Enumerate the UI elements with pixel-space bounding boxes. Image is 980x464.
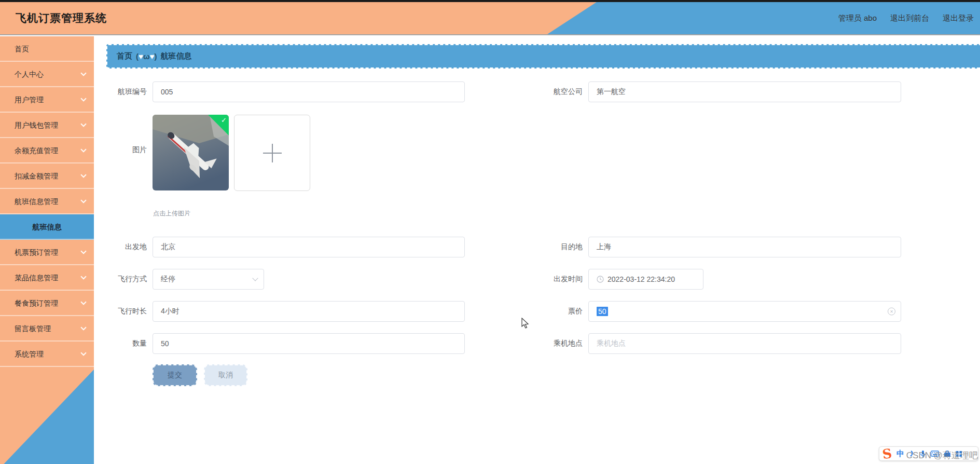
app-header: 飞机订票管理系统 管理员 abo 退出到前台 退出登录 (0, 2, 980, 35)
departure-time-label: 出发时间 (426, 275, 583, 284)
sidebar-item-user-mgmt[interactable]: 用户管理 (0, 87, 94, 113)
breadcrumb: 首页 (♥ω♥) 航班信息 (106, 44, 980, 69)
clear-icon[interactable]: ✕ (888, 308, 895, 316)
flight-mode-select[interactable]: 经停 (153, 269, 264, 290)
chevron-down-icon (80, 197, 86, 203)
boarding-place-label: 乘机地点 (426, 339, 583, 348)
header-right-panel: 管理员 abo 退出到前台 退出登录 (547, 2, 980, 34)
chevron-down-icon (80, 274, 86, 279)
form-row-destination: 目的地 上海 (426, 237, 901, 257)
form-row-boarding-place: 乘机地点 乘机地点 (426, 333, 901, 354)
sidebar-item-home[interactable]: 首页 (0, 36, 94, 62)
airline-label: 航空公司 (426, 87, 583, 97)
clock-icon (597, 276, 604, 283)
form-row-flight-mode: 飞行方式 经停 (94, 269, 264, 290)
chevron-down-icon (80, 95, 86, 101)
exit-to-front-link[interactable]: 退出到前台 (890, 13, 929, 23)
sidebar-item-ticket-booking-mgmt[interactable]: 机票预订管理 (0, 240, 94, 265)
upload-tip: 点击上传图片 (153, 209, 190, 218)
form-row-duration: 飞行时长 4小时 (94, 301, 465, 322)
form-row-quantity: 数量 50 (94, 333, 465, 354)
sidebar-item-meal-booking-mgmt[interactable]: 餐食预订管理 (0, 291, 94, 316)
form-row-departure-time: 出发时间 2022-03-12 22:34:20 (426, 269, 703, 290)
check-icon: ✓ (221, 116, 227, 124)
sogou-logo[interactable]: S (881, 446, 892, 460)
sidebar-item-message-board-mgmt[interactable]: 留言板管理 (0, 316, 94, 342)
chevron-down-icon (80, 70, 86, 76)
sidebar-decorative-triangle (0, 370, 94, 464)
submit-button[interactable]: 提交 (153, 364, 197, 386)
chevron-down-icon (80, 121, 86, 127)
add-image-button[interactable] (234, 115, 310, 191)
sidebar-item-personal-center[interactable]: 个人中心 (0, 62, 94, 87)
app-title: 飞机订票管理系统 (16, 2, 107, 34)
airline-input[interactable]: 第一航空 (588, 81, 901, 102)
sidebar-item-dish-info-mgmt[interactable]: 菜品信息管理 (0, 265, 94, 291)
quantity-label: 数量 (94, 339, 147, 348)
flight-no-input[interactable]: 005 (153, 81, 465, 102)
cancel-button[interactable]: 取消 (204, 364, 247, 386)
heart-icon: ♥ (139, 52, 143, 61)
chevron-down-icon (80, 146, 86, 152)
form-row-flight-no: 航班编号 005 (94, 81, 465, 102)
breadcrumb-separator: (♥ω♥) (136, 52, 157, 61)
sidebar-item-flight-info-active[interactable]: 航班信息 (0, 214, 94, 240)
sidebar-item-system-mgmt[interactable]: 系统管理 (0, 342, 94, 367)
form-row-price: 票价 50 ✕ (426, 301, 901, 322)
chevron-down-icon (80, 350, 86, 356)
breadcrumb-home[interactable]: 首页 (117, 51, 132, 61)
current-user-label: 管理员 abo (838, 13, 877, 23)
duration-input[interactable]: 4小时 (153, 301, 465, 322)
main-content: 首页 (♥ω♥) 航班信息 航班编号 005 航空公司 第一航空 图片 (94, 36, 980, 464)
breadcrumb-current: 航班信息 (160, 51, 191, 61)
boarding-place-input[interactable]: 乘机地点 (588, 333, 901, 354)
flight-no-label: 航班编号 (94, 87, 147, 97)
departure-time-input[interactable]: 2022-03-12 22:34:20 (588, 269, 703, 290)
image-label: 图片 (94, 145, 147, 155)
destination-label: 目的地 (426, 242, 583, 252)
chevron-down-icon (80, 248, 86, 254)
sidebar-item-flight-info-mgmt[interactable]: 航班信息管理 (0, 189, 94, 214)
sidebar-nav: 首页 个人中心 用户管理 用户钱包管理 余额充值管理 扣减金额管理 航班信息管理… (0, 36, 94, 464)
ime-language-toggle[interactable]: 中 (896, 449, 904, 459)
flight-photo-thumbnail[interactable]: ✓ (153, 115, 229, 190)
selected-text: 50 (597, 307, 608, 316)
csdn-watermark: CSDN @蒋道理吧 (906, 449, 978, 461)
flight-mode-label: 飞行方式 (94, 275, 147, 284)
chevron-down-icon (80, 324, 86, 330)
form-row-departure: 出发地 北京 (94, 237, 465, 257)
quantity-input[interactable]: 50 (153, 333, 465, 354)
sidebar-item-wallet-mgmt[interactable]: 用户钱包管理 (0, 113, 94, 138)
sidebar-item-deduction-mgmt[interactable]: 扣减金额管理 (0, 163, 94, 189)
duration-label: 飞行时长 (94, 307, 147, 316)
sidebar-item-recharge-mgmt[interactable]: 余额充值管理 (0, 138, 94, 163)
plus-icon (263, 144, 282, 162)
chevron-down-icon (80, 172, 86, 178)
departure-label: 出发地 (94, 242, 147, 252)
form-row-airline: 航空公司 第一航空 (426, 81, 901, 102)
chevron-down-icon (252, 275, 258, 281)
destination-input[interactable]: 上海 (588, 237, 901, 257)
price-input[interactable]: 50 ✕ (588, 301, 901, 322)
app-window: 飞机订票管理系统 管理员 abo 退出到前台 退出登录 首页 个人中心 用户管理… (0, 0, 980, 464)
logout-link[interactable]: 退出登录 (943, 13, 974, 23)
chevron-down-icon (80, 299, 86, 305)
price-label: 票价 (426, 307, 583, 316)
departure-input[interactable]: 北京 (153, 237, 465, 257)
